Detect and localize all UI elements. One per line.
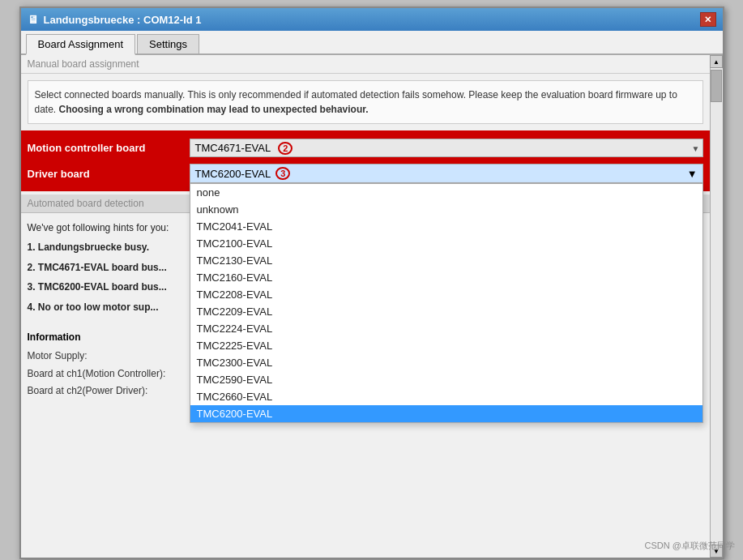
board-selection-area: Motion controller board TMC4671-EVAL 2 ▼… xyxy=(21,130,710,191)
motion-controller-row: Motion controller board TMC4671-EVAL 2 ▼ xyxy=(28,135,703,160)
dropdown-item-tmc2225[interactable]: TMC2225-EVAL xyxy=(190,337,702,354)
driver-board-row: Driver board TMC6200-EVAL 3 ▼ none unkno… xyxy=(28,160,703,186)
motion-controller-select[interactable]: TMC4671-EVAL 2 xyxy=(190,139,703,157)
dropdown-item-tmc2209[interactable]: TMC2209-EVAL xyxy=(190,303,702,320)
dropdown-item-tmc2590[interactable]: TMC2590-EVAL xyxy=(190,371,702,388)
scrollbar[interactable]: ▲ ▼ xyxy=(710,55,723,558)
info-key-ch1: Board at ch1(Motion Controller): xyxy=(28,365,198,383)
tabs-bar: Board Assignment Settings xyxy=(21,31,723,55)
dropdown-item-tmc2300[interactable]: TMC2300-EVAL xyxy=(190,354,702,371)
window-title: Landungsbruecke : COM12-Id 1 xyxy=(44,14,202,26)
dropdown-item-tmc2100[interactable]: TMC2100-EVAL xyxy=(190,235,702,252)
tab-settings[interactable]: Settings xyxy=(137,34,199,53)
tab-board-assignment[interactable]: Board Assignment xyxy=(26,34,136,55)
main-panel: Manual board assignment Select connected… xyxy=(21,55,710,558)
dropdown-item-tmc6200[interactable]: TMC6200-EVAL xyxy=(190,405,702,422)
manual-section-header: Manual board assignment xyxy=(21,55,710,74)
dropdown-item-tmc2208[interactable]: TMC2208-EVAL xyxy=(190,286,702,303)
dropdown-item-tmc2160[interactable]: TMC2160-EVAL xyxy=(190,269,702,286)
motion-select-container: TMC4671-EVAL 2 ▼ xyxy=(190,139,703,157)
title-bar-left: 🖥 Landungsbruecke : COM12-Id 1 xyxy=(28,13,202,26)
driver-dropdown-list: none unknown TMC2041-EVAL TMC2100-EVAL T… xyxy=(190,183,703,423)
dropdown-item-tmc2130[interactable]: TMC2130-EVAL xyxy=(190,252,702,269)
watermark: CSDN @卓联微范同学 xyxy=(645,540,735,552)
driver-select-value: TMC6200-EVAL xyxy=(195,168,271,180)
motion-controller-label: Motion controller board xyxy=(28,142,190,154)
dropdown-item-tmc2041[interactable]: TMC2041-EVAL xyxy=(190,218,702,235)
scroll-thumb[interactable] xyxy=(711,70,722,102)
driver-annotation: 3 xyxy=(275,167,290,180)
dropdown-item-none[interactable]: none xyxy=(190,184,702,201)
close-button[interactable]: ✕ xyxy=(700,12,716,27)
scroll-track xyxy=(711,68,723,545)
driver-board-label: Driver board xyxy=(28,168,190,180)
dropdown-item-tmc2660[interactable]: TMC2660-EVAL xyxy=(190,388,702,405)
dropdown-item-unknown[interactable]: unknown xyxy=(190,201,702,218)
scroll-up-button[interactable]: ▲ xyxy=(710,55,723,68)
driver-arrow: ▼ xyxy=(687,168,698,180)
dropdown-item-tmc2224[interactable]: TMC2224-EVAL xyxy=(190,320,702,337)
info-key-ch2: Board at ch2(Power Driver): xyxy=(28,383,198,400)
main-window: 🖥 Landungsbruecke : COM12-Id 1 ✕ Board A… xyxy=(19,6,724,559)
info-key-motor-supply: Motor Supply: xyxy=(28,348,198,365)
driver-board-select[interactable]: TMC6200-EVAL 3 ▼ xyxy=(190,164,703,183)
info-box: Select connected boards manually. This i… xyxy=(28,80,703,124)
window-icon: 🖥 xyxy=(28,13,39,26)
info-text-bold: Choosing a wrong combination may lead to… xyxy=(59,104,369,115)
motion-annotation: 2 xyxy=(278,142,293,155)
driver-select-container: TMC6200-EVAL 3 ▼ none unknown TMC2041-EV… xyxy=(190,164,703,183)
motion-select-value: TMC4671-EVAL xyxy=(195,142,271,154)
content-area: Manual board assignment Select connected… xyxy=(21,55,723,558)
title-bar: 🖥 Landungsbruecke : COM12-Id 1 ✕ xyxy=(21,8,723,31)
